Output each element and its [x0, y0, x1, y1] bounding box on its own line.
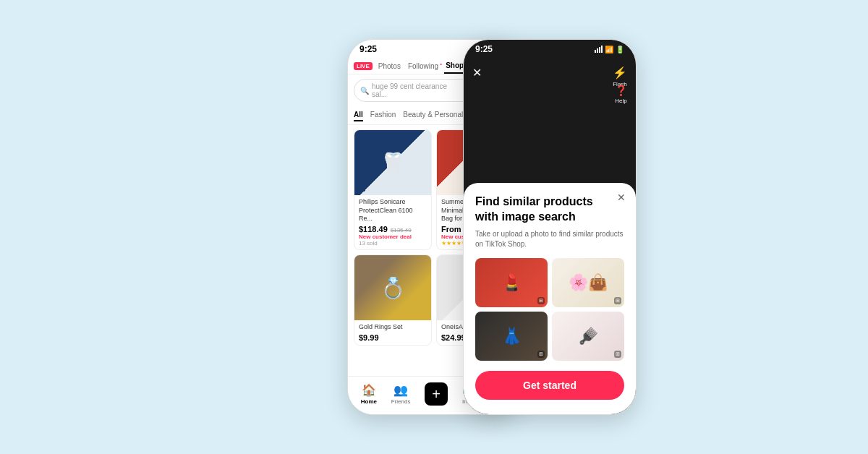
modal-image-floral-bag[interactable]: 🌸👜 ⊞ [552, 258, 624, 307]
friends-label: Friends [391, 398, 411, 405]
product-card-toothbrush[interactable]: 🦷 Philips Sonicare ProtectClean 6100 Re.… [354, 129, 432, 250]
status-icons-right: 📶 🔋 [595, 46, 624, 53]
expand-icon-3: ⊞ [537, 351, 545, 358]
expand-icon-2: ⊞ [614, 297, 621, 304]
expand-icon-1: ⊞ [537, 297, 545, 304]
product-card-rings[interactable]: 💍 Gold Rings Set $9.99 [354, 254, 432, 346]
search-icon: 🔍 [360, 87, 369, 95]
modal-image-dress[interactable]: 👗 ⊞ [475, 312, 548, 361]
filter-fashion[interactable]: Fashion [370, 109, 396, 121]
create-button[interactable]: + [425, 382, 448, 406]
time-right: 9:25 [475, 44, 493, 54]
friends-icon: 👥 [393, 383, 408, 397]
camera-close-button[interactable]: ✕ [472, 66, 482, 80]
product-name-toothbrush: Philips Sonicare ProtectClean 6100 Re... [359, 198, 427, 223]
deal-badge-toothbrush: New customer deal [359, 234, 427, 240]
nav-home[interactable]: 🏠 Home [361, 383, 377, 405]
tab-shop[interactable]: Shop [444, 59, 465, 74]
old-price-toothbrush: $135.49 [391, 227, 412, 234]
product-info-toothbrush: Philips Sonicare ProtectClean 6100 Re...… [354, 195, 431, 249]
dress-emoji: 👗 [502, 327, 522, 346]
status-bar-right: 9:25 📶 🔋 [464, 40, 636, 56]
wifi-icon-right: 📶 [605, 46, 613, 53]
signal-icon-right [595, 46, 603, 53]
live-badge[interactable]: LIVE [354, 62, 373, 70]
modal-image-lipstick[interactable]: 💄 ⊞ [475, 258, 548, 307]
modal-sample-images: 💄 ⊞ 🌸👜 ⊞ 👗 ⊞ 🪮 ⊞ [475, 258, 624, 361]
modal-subtitle: Take or upload a photo to find similar p… [475, 229, 624, 249]
time-left: 9:25 [359, 44, 377, 54]
home-icon: 🏠 [362, 383, 376, 397]
lipstick-emoji: 💄 [502, 273, 522, 292]
tab-following[interactable]: Following [407, 59, 440, 73]
tab-photos[interactable]: Photos [377, 59, 402, 73]
expand-icon-4: ⊞ [614, 351, 621, 358]
image-search-modal: ✕ Find similar products with image searc… [464, 183, 636, 414]
product-name-rings: Gold Rings Set [359, 323, 427, 332]
price-device: $24.99 [441, 333, 466, 342]
modal-image-beauty-device[interactable]: 🪮 ⊞ [552, 312, 624, 361]
price-rings: $9.99 [359, 333, 379, 342]
help-button[interactable]: ❓ Help [615, 85, 627, 104]
search-placeholder: huge 99 cent clearance sal... [372, 82, 460, 98]
phones-container: 9:25 📶 🔋 LIVE Photos Following Shop For … [347, 39, 521, 415]
flash-icon: ⚡ [613, 66, 627, 80]
beauty-device-emoji: 🪮 [579, 327, 598, 346]
product-image-rings: 💍 [354, 255, 431, 320]
modal-title: Find similar products with image search [475, 194, 624, 225]
filter-all[interactable]: All [354, 109, 363, 121]
modal-close-button[interactable]: ✕ [617, 192, 626, 203]
nav-friends[interactable]: 👥 Friends [391, 383, 411, 405]
sold-toothbrush: 13 sold [359, 240, 427, 247]
get-started-button[interactable]: Get started [475, 371, 624, 400]
phone-right: 9:25 📶 🔋 ✕ ⚡ Flash ❓ Help [463, 39, 637, 415]
product-info-rings: Gold Rings Set $9.99 [354, 320, 431, 345]
battery-icon-right: 🔋 [616, 46, 624, 53]
product-image-toothbrush: 🦷 [354, 130, 431, 195]
help-icon: ❓ [615, 85, 627, 96]
home-label: Home [361, 398, 377, 405]
help-label: Help [615, 98, 626, 104]
floral-bag-emoji: 🌸👜 [569, 273, 608, 292]
price-toothbrush: $118.49 [359, 225, 388, 234]
